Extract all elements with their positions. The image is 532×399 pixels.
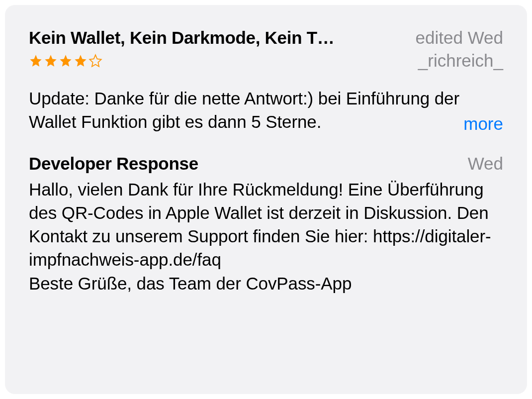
developer-response-body: Hallo, vielen Dank für Ihre Rückmeldung!… xyxy=(29,178,503,295)
review-subheader: _richreich_ xyxy=(29,51,503,71)
developer-response-title: Developer Response xyxy=(29,154,198,174)
star-filled-icon xyxy=(44,54,58,68)
review-edited-date: edited Wed xyxy=(416,28,503,48)
star-filled-icon xyxy=(74,54,88,68)
review-body-wrapper: Update: Danke für die nette Antwort:) be… xyxy=(29,87,503,134)
review-body: Update: Danke für die nette Antwort:) be… xyxy=(29,87,503,134)
review-card: Kein Wallet, Kein Darkmode, Kein T… edit… xyxy=(5,5,527,394)
star-rating xyxy=(29,54,102,68)
star-filled-icon xyxy=(29,54,43,68)
review-title: Kein Wallet, Kein Darkmode, Kein T… xyxy=(29,28,334,48)
more-link[interactable]: more xyxy=(458,114,503,134)
developer-response-date: Wed xyxy=(468,154,503,174)
star-outline-icon xyxy=(89,54,102,68)
reviewer-name: _richreich_ xyxy=(418,51,503,71)
developer-response-header: Developer Response Wed xyxy=(29,154,503,174)
review-header: Kein Wallet, Kein Darkmode, Kein T… edit… xyxy=(29,28,503,48)
star-filled-icon xyxy=(59,54,73,68)
